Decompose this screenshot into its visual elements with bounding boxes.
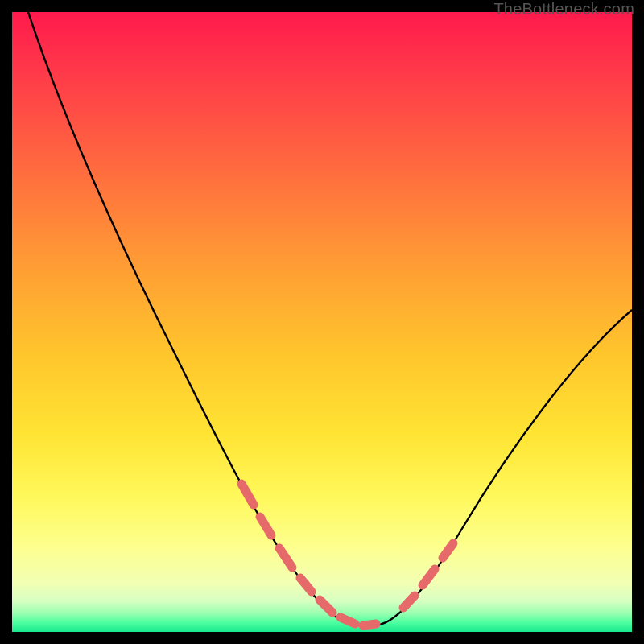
- bottleneck-curve: [12, 12, 632, 632]
- svg-line-6: [363, 624, 376, 625]
- curve-path: [28, 12, 632, 626]
- svg-line-9: [443, 543, 453, 558]
- svg-line-4: [320, 600, 332, 613]
- svg-line-0: [242, 484, 254, 505]
- chart-frame: TheBottleneck.com: [0, 0, 644, 644]
- svg-line-3: [300, 578, 312, 592]
- svg-line-1: [260, 517, 271, 535]
- svg-line-7: [403, 596, 415, 608]
- svg-line-5: [341, 617, 355, 624]
- svg-line-8: [423, 569, 435, 585]
- svg-line-2: [279, 548, 292, 568]
- highlight-right: [403, 543, 453, 608]
- highlight-left: [242, 484, 376, 625]
- chart-plot-area: [12, 12, 632, 632]
- watermark-text: TheBottleneck.com: [493, 0, 634, 19]
